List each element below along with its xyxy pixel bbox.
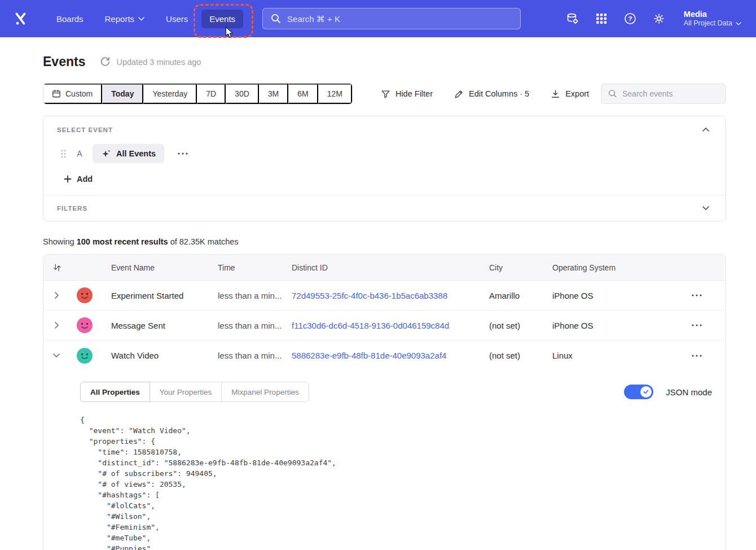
events-table: Event Name Time Distinct ID City Operati… — [43, 254, 726, 550]
navbar-search[interactable] — [262, 8, 521, 29]
tab-all-properties[interactable]: All Properties — [80, 382, 150, 402]
plus-icon — [64, 175, 72, 183]
date-range-6m[interactable]: 6M — [288, 84, 318, 104]
cell-event-name: Experiment Started — [100, 291, 218, 300]
events-search[interactable] — [601, 84, 726, 104]
clause-letter: A — [76, 149, 83, 158]
refresh-icon[interactable] — [100, 56, 111, 67]
date-range-30d[interactable]: 30D — [226, 84, 259, 104]
cell-distinct-id-link[interactable]: f11c30d6-dc6d-4518-9136-0d046159c84d — [292, 321, 449, 330]
clause-more-icon[interactable] — [173, 149, 192, 158]
json-mode-label: JSON mode — [666, 387, 712, 397]
export-button[interactable]: Export — [551, 89, 589, 99]
event-selector-chip[interactable]: All Events — [93, 144, 164, 163]
properties-tabs: All Properties Your Properties Mixpanel … — [80, 382, 309, 402]
row-more-icon[interactable] — [687, 290, 706, 301]
expand-row-icon[interactable] — [49, 317, 64, 333]
date-range-custom[interactable]: Custom — [43, 84, 102, 104]
column-header-time[interactable]: Time — [218, 263, 292, 272]
column-header-city[interactable]: City — [489, 263, 552, 272]
calendar-icon — [52, 89, 61, 98]
nav-boards[interactable]: Boards — [49, 10, 91, 28]
table-row[interactable]: Experiment Started less than a min... 72… — [43, 281, 726, 311]
project-subtitle: All Project Data — [684, 19, 732, 28]
results-suffix: of 82.35K matches — [168, 237, 239, 246]
cell-time: less than a min... — [218, 291, 292, 300]
row-more-icon[interactable] — [687, 320, 706, 331]
tab-mixpanel-properties[interactable]: Mixpanel Properties — [221, 382, 309, 402]
select-event-title: SELECT EVENT — [57, 126, 113, 133]
date-range-12m[interactable]: 12M — [318, 84, 352, 104]
download-icon — [551, 89, 560, 99]
data-management-icon[interactable] — [565, 11, 580, 26]
filters-title: FILTERS — [57, 205, 87, 212]
updated-timestamp: Updated 3 minutes ago — [116, 58, 201, 67]
filter-funnel-icon — [381, 89, 390, 99]
main-content: Events Updated 3 minutes ago Custom Toda… — [0, 54, 756, 550]
nav-events[interactable]: Events — [201, 10, 243, 28]
cell-distinct-id-link[interactable]: 5886283e-e9fb-48fb-81de-40e9093a2af4 — [292, 351, 446, 360]
table-row[interactable]: Watch Video less than a min... 5886283e-… — [43, 341, 726, 370]
table-row[interactable]: Message Sent less than a min... f11c30d6… — [43, 311, 726, 341]
search-icon — [271, 14, 281, 24]
sparkle-icon — [101, 149, 111, 159]
expand-row-icon[interactable] — [49, 287, 64, 303]
column-header-os[interactable]: Operating System — [552, 263, 673, 272]
date-range-yesterday[interactable]: Yesterday — [143, 84, 197, 104]
hide-filter-button[interactable]: Hide Filter — [381, 89, 433, 99]
cell-os: iPhone OS — [552, 321, 673, 330]
cell-os: Linux — [552, 351, 673, 360]
column-header-distinct-id[interactable]: Distinct ID — [292, 263, 489, 272]
table-header-row: Event Name Time Distinct ID City Operati… — [43, 255, 726, 281]
add-row: Add — [43, 164, 726, 195]
row-detail-panel: All Properties Your Properties Mixpanel … — [43, 370, 726, 550]
row-more-icon[interactable] — [687, 350, 706, 361]
date-range-3m[interactable]: 3M — [259, 84, 288, 104]
date-range-today[interactable]: Today — [102, 84, 143, 104]
date-range-segmented-control: Custom Today Yesterday 7D 30D 3M 6M 12M — [43, 83, 353, 104]
event-selector-label: All Events — [116, 149, 156, 158]
chevron-down-icon — [138, 17, 144, 21]
toolbar-actions: Hide Filter Edit Columns · 5 Export — [381, 89, 589, 99]
tab-your-properties[interactable]: Your Properties — [150, 382, 222, 402]
navbar-right: ? Media All Project Data — [565, 9, 741, 28]
cell-city: (not set) — [489, 351, 552, 360]
main-nav: Boards Reports Users Events — [49, 10, 243, 28]
event-avatar — [77, 317, 93, 333]
add-event-label: Add — [77, 174, 93, 184]
results-count: 100 most recent results — [77, 237, 168, 246]
cursor-icon — [225, 27, 234, 38]
mixpanel-logo[interactable] — [11, 9, 30, 28]
nav-reports[interactable]: Reports — [97, 10, 153, 28]
sort-rows-icon[interactable] — [43, 263, 75, 272]
title-row: Events Updated 3 minutes ago — [43, 54, 726, 69]
project-selector[interactable]: Media All Project Data — [684, 9, 741, 28]
export-label: Export — [565, 89, 589, 98]
date-range-7d[interactable]: 7D — [197, 84, 226, 104]
settings-gear-icon[interactable] — [652, 11, 666, 26]
expand-section-icon[interactable] — [700, 203, 712, 213]
drag-handle-icon[interactable] — [60, 149, 67, 159]
apps-grid-icon[interactable] — [594, 11, 609, 26]
collapse-row-icon[interactable] — [49, 348, 64, 364]
cell-distinct-id-link[interactable]: 72d49553-25fc-4f0c-b436-1b5ac6ab3388 — [292, 291, 447, 300]
edit-columns-label: Edit Columns · 5 — [469, 89, 529, 98]
event-avatar — [77, 287, 93, 303]
cell-event-name: Message Sent — [100, 321, 218, 330]
nav-users[interactable]: Users — [158, 10, 196, 28]
collapse-section-icon[interactable] — [700, 125, 712, 134]
cell-event-name: Watch Video — [100, 351, 218, 360]
filters-header[interactable]: FILTERS — [43, 195, 726, 221]
date-range-custom-label: Custom — [65, 89, 93, 98]
query-builder-card: SELECT EVENT A — [43, 116, 726, 221]
add-event-button[interactable]: Add — [60, 172, 96, 186]
cell-time: less than a min... — [218, 321, 292, 330]
navbar-search-input[interactable] — [287, 14, 512, 24]
select-event-header: SELECT EVENT — [43, 116, 726, 141]
events-search-input[interactable] — [622, 89, 724, 98]
help-icon[interactable]: ? — [623, 11, 638, 26]
toolbar: Custom Today Yesterday 7D 30D 3M 6M 12M … — [43, 83, 726, 104]
json-mode-toggle[interactable] — [624, 385, 653, 399]
column-header-event-name[interactable]: Event Name — [100, 263, 218, 272]
edit-columns-button[interactable]: Edit Columns · 5 — [454, 89, 529, 99]
